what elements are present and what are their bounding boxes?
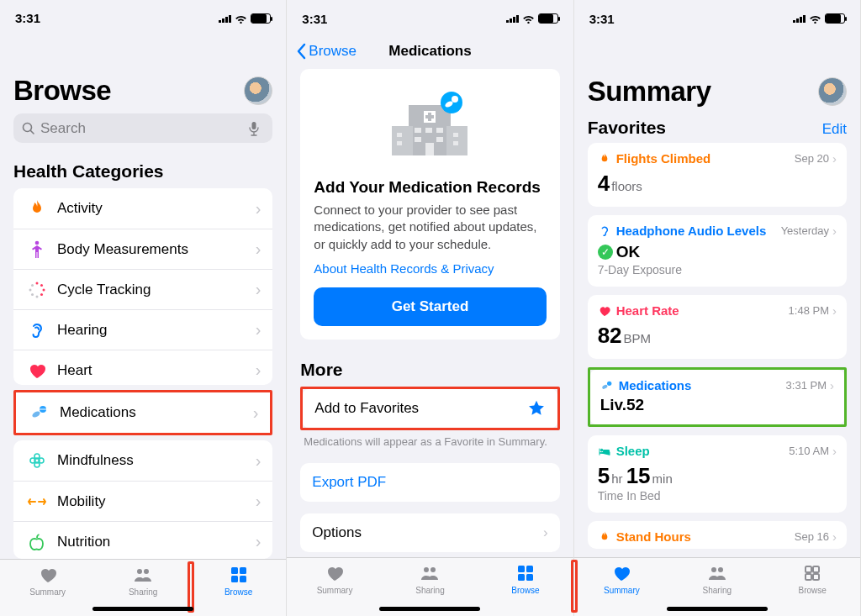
status-indicators xyxy=(793,13,845,24)
svg-rect-48 xyxy=(518,574,525,581)
avatar[interactable] xyxy=(818,77,847,106)
chevron-right-icon: › xyxy=(256,320,261,340)
svg-rect-37 xyxy=(397,141,402,145)
chevron-right-icon: › xyxy=(253,403,259,423)
tab-label: Sharing xyxy=(129,587,157,597)
row-cycle-tracking[interactable]: Cycle Tracking› xyxy=(13,269,272,309)
search-bar[interactable] xyxy=(13,113,272,143)
row-mindfulness[interactable]: Mindfulness› xyxy=(13,440,272,481)
svg-rect-30 xyxy=(425,115,434,118)
card-timestamp: Sep 20 xyxy=(795,152,829,165)
chevron-right-icon: › xyxy=(832,529,837,544)
card-heart-rate[interactable]: Heart Rate 1:48 PM › 82BPM xyxy=(588,295,847,359)
card-unit: BPM xyxy=(624,331,652,345)
svg-rect-32 xyxy=(425,128,432,133)
svg-point-19 xyxy=(137,569,142,574)
tab-browse[interactable]: Browse xyxy=(478,563,573,616)
row-heart[interactable]: Heart› xyxy=(13,350,272,385)
card-timestamp: Sep 16 xyxy=(795,530,829,543)
card-unit-h: hr xyxy=(611,471,622,486)
tab-label: Summary xyxy=(317,586,353,595)
battery-icon xyxy=(825,13,845,24)
back-button[interactable]: Browse xyxy=(297,43,357,60)
get-started-button[interactable]: Get Started xyxy=(314,287,546,326)
tab-browse[interactable]: Browse xyxy=(191,565,286,616)
tab-label: Browse xyxy=(799,586,827,595)
status-bar: 3:31 xyxy=(574,0,860,34)
svg-point-45 xyxy=(430,567,436,572)
svg-rect-56 xyxy=(813,566,819,572)
ear-icon xyxy=(25,320,49,340)
row-label: Nutrition xyxy=(57,534,256,550)
cycle-icon xyxy=(25,280,49,300)
heart-icon xyxy=(598,304,611,318)
card-title: Sleep xyxy=(616,444,790,458)
tab-label: Summary xyxy=(29,587,66,597)
row-nutrition[interactable]: Nutrition› xyxy=(13,521,272,558)
status-time: 3:31 xyxy=(589,12,615,26)
svg-line-1 xyxy=(31,130,34,134)
tab-browse[interactable]: Browse xyxy=(765,563,860,616)
svg-point-44 xyxy=(424,567,429,572)
row-mobility[interactable]: Mobility› xyxy=(13,481,272,521)
hospital-icon xyxy=(314,84,546,168)
tab-label: Sharing xyxy=(703,586,732,595)
row-label: Hearing xyxy=(57,322,256,339)
mic-icon[interactable] xyxy=(249,121,259,136)
card-medications[interactable]: Medications 3:31 PM › Liv.52 xyxy=(590,370,844,424)
card-value: 4 xyxy=(598,171,610,197)
status-indicators xyxy=(219,13,271,24)
apple-icon xyxy=(25,532,49,552)
svg-point-11 xyxy=(31,284,34,287)
flame-icon xyxy=(25,198,49,218)
export-pdf-row[interactable]: Export PDF xyxy=(300,463,559,502)
tab-summary[interactable]: Summary xyxy=(287,563,382,616)
page-title: Summary xyxy=(588,76,711,108)
row-hearing[interactable]: Hearing› xyxy=(13,309,272,350)
home-indicator[interactable] xyxy=(667,607,768,611)
row-activity[interactable]: Activity› xyxy=(13,188,272,229)
tab-summary[interactable]: Summary xyxy=(0,565,95,616)
star-icon xyxy=(527,399,546,418)
svg-point-7 xyxy=(40,293,43,296)
body-icon xyxy=(25,240,49,260)
chevron-right-icon: › xyxy=(832,151,837,166)
svg-point-10 xyxy=(29,288,32,291)
svg-rect-34 xyxy=(415,137,421,142)
card-headphone-audio[interactable]: Headphone Audio Levels Yesterday › ✓ OK … xyxy=(588,215,847,287)
add-to-favorites-row[interactable]: Add to Favorites xyxy=(303,389,557,428)
chevron-right-icon: › xyxy=(256,492,261,511)
card-value-h: 5 xyxy=(598,463,610,489)
card-stand-hours[interactable]: Stand Hours Sep 16 › xyxy=(588,521,847,549)
card-value: 82 xyxy=(598,323,622,349)
card-sleep[interactable]: Sleep 5:10 AM › 5hr 15min Time In Bed xyxy=(588,435,847,513)
medications-scroll[interactable]: Add Your Medication Records Connect to y… xyxy=(287,69,573,557)
privacy-link[interactable]: About Health Records & Privacy xyxy=(314,261,494,276)
row-medications[interactable]: Medications› xyxy=(16,392,270,433)
card-timestamp: Yesterday xyxy=(781,224,829,237)
home-indicator[interactable] xyxy=(379,607,480,611)
cellular-icon xyxy=(793,14,806,23)
svg-point-51 xyxy=(607,381,611,385)
row-body-measurements[interactable]: Body Measurements› xyxy=(13,229,272,269)
home-indicator[interactable] xyxy=(92,607,193,611)
back-label: Browse xyxy=(309,43,357,60)
chevron-right-icon: › xyxy=(832,224,837,238)
chevron-right-icon: › xyxy=(256,240,261,259)
avatar[interactable] xyxy=(244,76,272,105)
flame-icon xyxy=(598,152,611,166)
chevron-right-icon: › xyxy=(256,280,261,299)
svg-point-6 xyxy=(43,288,45,291)
svg-rect-27 xyxy=(446,126,467,155)
wifi-icon xyxy=(809,13,821,24)
card-flights-climbed[interactable]: Flights Climbed Sep 20 › 4floors xyxy=(588,143,847,207)
edit-button[interactable]: Edit xyxy=(822,121,847,138)
svg-point-54 xyxy=(718,567,723,572)
card-timestamp: 5:10 AM xyxy=(789,445,829,457)
search-input[interactable] xyxy=(40,120,249,137)
cellular-icon xyxy=(506,14,519,23)
options-row[interactable]: Options › xyxy=(300,513,559,552)
tab-summary[interactable]: Summary xyxy=(574,563,669,616)
cellular-icon xyxy=(219,14,231,23)
battery-icon xyxy=(538,13,558,24)
